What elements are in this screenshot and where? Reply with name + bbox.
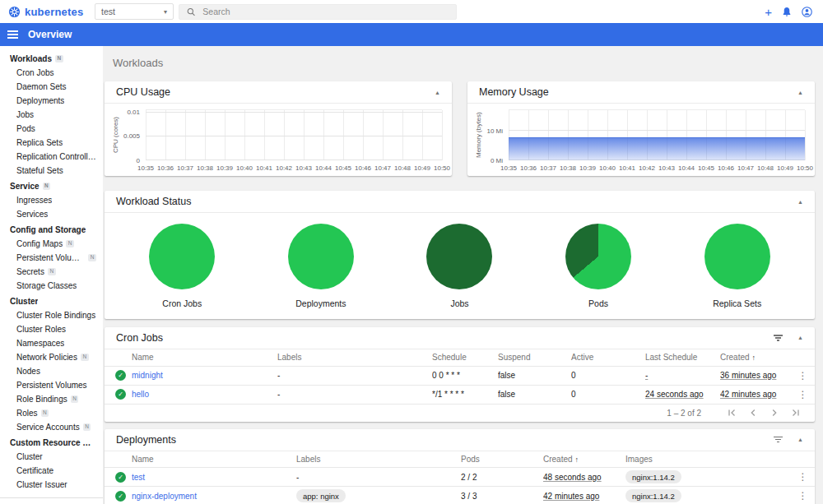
filter-icon[interactable] [773,437,783,442]
y-tick-label: 0 Mi [491,157,503,164]
sidebar-item-cron-jobs[interactable]: Cron Jobs [0,66,103,80]
sidebar-section-service[interactable]: ServiceN [0,178,103,193]
x-tick-label: 10:48 [394,164,411,172]
x-tick-label: 10:36 [520,164,537,172]
collapse-icon[interactable]: ▲ [797,199,803,205]
create-resource-button[interactable]: + [765,6,772,18]
sidebar-item-services[interactable]: Services [0,207,103,221]
collapse-icon[interactable]: ▲ [797,90,803,95]
sidebar-item-stateful-sets[interactable]: Stateful Sets [0,164,103,178]
sidebar-item-daemon-sets[interactable]: Daemon Sets [0,80,103,94]
table-header-row: Name Labels Schedule Suspend Active Last… [105,349,815,366]
search-input[interactable] [202,7,449,16]
first-page-button[interactable] [721,406,742,419]
sidebar-item-replication-controllers[interactable]: Replication Controllers [0,150,103,164]
sidebar-section-cluster-label: Cluster [10,297,38,306]
account-button[interactable] [802,7,812,17]
kubernetes-logo[interactable]: kubernetes [0,6,92,18]
sidebar-item-roles[interactable]: RolesN [0,406,103,420]
sidebar-item-ingresses-label: Ingresses [16,196,52,205]
table-row: ✓ test - 2 / 2 48 seconds ago nginx:1.14… [105,468,815,487]
col-name[interactable]: Name [132,451,296,468]
search-bar[interactable] [179,4,457,20]
sidebar-item-certificate[interactable]: Certificate [0,464,103,478]
sidebar-section-config-and-storage[interactable]: Config and Storage [0,221,103,237]
namespace-selector[interactable]: test ▾ [95,3,174,20]
menu-icon[interactable] [7,30,18,39]
sidebar-item-jobs[interactable]: Jobs [0,108,103,122]
row-menu-icon[interactable]: ⋮ [798,370,808,381]
row-menu-icon[interactable]: ⋮ [798,389,808,400]
deployment-name-link[interactable]: test [132,473,145,482]
sidebar-item-deployments[interactable]: Deployments [0,94,103,108]
sidebar-item-replica-sets[interactable]: Replica Sets [0,136,103,150]
cell-suspend: false [498,366,571,385]
col-pods[interactable]: Pods [461,451,543,468]
sidebar-item-secrets-label: Secrets [16,267,44,276]
notifications-button[interactable] [782,7,792,17]
pagination: 1 – 2 of 2 [105,405,815,422]
sidebar-item-network-policies[interactable]: Network PoliciesN [0,350,103,364]
col-active[interactable]: Active [571,349,645,366]
sidebar-item-cluster-role-bindings[interactable]: Cluster Role Bindings [0,308,103,322]
last-page-button[interactable] [785,406,807,419]
next-page-button[interactable] [764,406,785,419]
sidebar-item-cluster-roles[interactable]: Cluster Roles [0,322,103,336]
sidebar-item-storage-classes[interactable]: Storage Classes [0,279,103,293]
sidebar-item-namespaces[interactable]: Namespaces [0,336,103,350]
logo-text: kubernetes [25,6,83,18]
col-schedule[interactable]: Schedule [432,349,498,366]
gridline [146,112,442,113]
col-name[interactable]: Name [132,349,277,366]
sidebar-item-namespaces-label: Namespaces [16,339,64,348]
sidebar-item-nodes[interactable]: Nodes [0,364,103,378]
sidebar-item-service-accounts[interactable]: Service AccountsN [0,420,103,434]
cell-schedule: */1 * * * * [432,385,498,404]
sidebar-item-cluster[interactable]: Cluster [0,450,103,464]
bell-icon [782,7,792,17]
sort-asc-icon: ↑ [752,354,756,362]
table-row: ✓ midnight - 0 0 * * * false 0 - 36 minu… [105,366,815,385]
sidebar-item-persistent-volume-claims[interactable]: Persistent Volume ClaimsN [0,251,103,265]
row-menu-icon[interactable]: ⋮ [798,490,808,502]
sidebar-item-cluster-roles-label: Cluster Roles [16,325,66,334]
status-ok-icon: ✓ [115,389,126,400]
cell-last-schedule: 24 seconds ago [645,390,704,399]
col-created[interactable]: Created↑ [720,349,794,366]
table-row: ✓ nginx-deployment app: nginx 3 / 3 42 m… [105,487,815,504]
filter-icon[interactable] [773,335,783,340]
previous-page-button[interactable] [742,406,764,419]
sidebar-item-secrets[interactable]: SecretsN [0,265,103,279]
y-axis-ticks: 0 Mi10 Mi [484,109,509,160]
collapse-icon[interactable]: ▲ [435,90,440,95]
sidebar-item-role-bindings[interactable]: Role BindingsN [0,392,103,406]
sidebar-section-custom-resource-definitions[interactable]: Custom Resource Definitions [0,434,103,450]
sidebar-item-deployments-label: Deployments [16,96,64,105]
col-created[interactable]: Created↑ [543,451,625,468]
cell-labels: - [296,468,461,487]
col-labels[interactable]: Labels [296,451,461,468]
deployment-name-link[interactable]: nginx-deployment [132,492,197,501]
pie-chart [565,224,631,289]
sidebar-item-cluster-issuer[interactable]: Cluster Issuer [0,478,103,492]
cronjob-name-link[interactable]: hello [132,390,149,399]
row-menu-icon[interactable]: ⋮ [798,471,808,483]
sidebar-section-workloads[interactable]: WorkloadsN [0,50,103,66]
sidebar-item-pods[interactable]: Pods [0,122,103,136]
sidebar-section-cluster[interactable]: Cluster [0,293,103,308]
col-suspend[interactable]: Suspend [498,349,571,366]
x-tick-label: 10:45 [335,164,351,172]
collapse-icon[interactable]: ▲ [797,437,803,442]
memory-usage-title: Memory Usage [479,86,549,98]
col-last-schedule[interactable]: Last Schedule [645,349,720,366]
col-images[interactable]: Images [625,451,794,468]
col-labels[interactable]: Labels [277,349,432,366]
x-tick-label: 10:39 [579,164,596,172]
workload-pie-jobs: Jobs [390,224,529,308]
cronjob-name-link[interactable]: midnight [132,371,163,380]
sidebar-item-ingresses[interactable]: Ingresses [0,193,103,207]
namespaced-badge: N [43,183,51,191]
collapse-icon[interactable]: ▲ [797,335,803,340]
sidebar-item-config-maps[interactable]: Config MapsN [0,237,103,251]
sidebar-item-persistent-volumes[interactable]: Persistent Volumes [0,378,103,392]
